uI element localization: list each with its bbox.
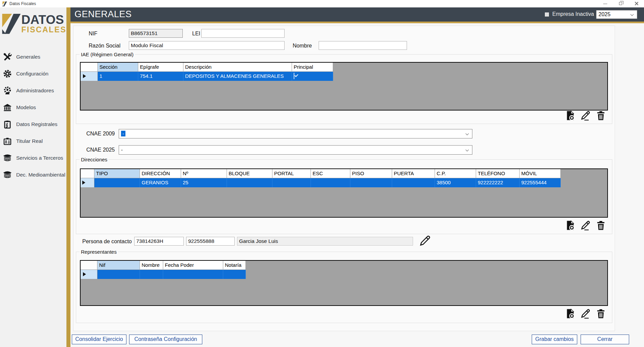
cell-numero[interactable]: 25 — [181, 178, 227, 187]
column-header-portal[interactable]: PORTAL — [272, 169, 311, 178]
cell-principal[interactable] — [292, 72, 333, 81]
consolidar-ejercicio-button[interactable]: Consolidar Ejercicio — [72, 335, 126, 344]
representantes-grid-row[interactable] — [81, 270, 607, 279]
iae-grid-row[interactable]: 1 754.1 DEPOSITOS Y ALMACENES GENERALES — [81, 72, 607, 81]
edit-record-icon[interactable] — [580, 110, 591, 121]
column-header-principal[interactable]: Principal — [292, 63, 333, 72]
sidebar-item-modelos[interactable]: Modelos — [0, 99, 66, 116]
cnae2009-label: CNAE 2009 — [86, 131, 115, 137]
cell-tipo[interactable] — [94, 178, 140, 187]
cell-descripcion[interactable]: DEPOSITOS Y ALMACENES GENERALES — [183, 72, 292, 81]
cell-puerta[interactable] — [392, 178, 435, 187]
delete-record-icon[interactable] — [595, 110, 607, 121]
cell-telefono[interactable]: 922222222 — [476, 178, 520, 187]
column-header-epigrafe[interactable]: Epígrafe — [138, 63, 183, 72]
edit-contact-icon[interactable] — [418, 234, 432, 248]
grabar-cambios-button[interactable]: Grabar cambios — [532, 335, 577, 344]
column-header-numero[interactable]: Nº — [181, 169, 227, 178]
cerrar-button[interactable]: Cerrar — [581, 335, 629, 344]
column-header-fecha-poder[interactable]: Fecha Poder — [163, 261, 223, 270]
add-record-icon[interactable] — [564, 308, 576, 319]
delete-record-icon[interactable] — [595, 308, 607, 319]
column-header-cp[interactable]: C.P. — [435, 169, 476, 178]
column-header-direccion[interactable]: DIRECCIÓN — [140, 169, 181, 178]
column-header-descripcion[interactable]: Descripción — [183, 63, 292, 72]
direcciones-grid: TIPO DIRECCIÓN Nº BLOQUE PORTAL ESC PISO… — [80, 168, 608, 218]
column-header-tipo[interactable]: TIPO — [94, 169, 140, 178]
column-header-bloque[interactable]: BLOQUE — [227, 169, 272, 178]
row-selector-cell[interactable] — [81, 270, 97, 279]
admin-gear-user-icon — [2, 86, 12, 96]
window-title: Datos Fiscales — [9, 1, 36, 6]
cell-cp[interactable]: 38500 — [435, 178, 476, 187]
cell-notaria[interactable] — [223, 270, 246, 279]
row-selector-cell[interactable] — [81, 178, 94, 187]
cell-portal[interactable] — [272, 178, 311, 187]
column-header-telefono[interactable]: TELÉFONO — [476, 169, 520, 178]
restore-button[interactable] — [613, 0, 628, 7]
sidebar-item-configuracion[interactable]: Configuración — [0, 65, 66, 82]
cell-epigrafe[interactable]: 754.1 — [138, 72, 183, 81]
minimize-button[interactable] — [597, 0, 613, 7]
nombre-field[interactable] — [319, 41, 407, 50]
direcciones-grid-row[interactable]: GERANIOS 25 38500 922222222 922555444 — [81, 178, 607, 187]
cell-piso[interactable] — [350, 178, 392, 187]
current-row-arrow-icon — [83, 74, 86, 78]
year-select[interactable]: 2025 — [596, 10, 637, 19]
cnae2025-label: CNAE 2025 — [86, 147, 115, 153]
cell-nombre[interactable] — [140, 270, 163, 279]
cnae2009-value: - — [121, 131, 125, 136]
sidebar-item-administradores[interactable]: Administradores — [0, 82, 66, 99]
nif-field[interactable] — [129, 29, 183, 38]
cell-esc[interactable] — [311, 178, 350, 187]
cell-direccion[interactable]: GERANIOS — [140, 178, 181, 187]
cell-movil[interactable]: 922555444 — [520, 178, 561, 187]
column-header-movil[interactable]: MÓVIL — [520, 169, 561, 178]
edit-record-icon[interactable] — [580, 308, 591, 319]
contacto-nif-field[interactable] — [134, 237, 184, 246]
sidebar-item-titular-real[interactable]: Titular Real — [0, 133, 66, 150]
delete-record-icon[interactable] — [595, 220, 607, 231]
principal-checkbox[interactable] — [294, 73, 294, 79]
row-selector-header — [81, 261, 97, 270]
column-header-esc[interactable]: ESC — [311, 169, 350, 178]
column-header-nif[interactable]: Nif — [97, 261, 140, 270]
cnae2009-select[interactable]: - — [119, 129, 472, 138]
bank-icon — [2, 102, 12, 113]
column-header-notaria[interactable]: Notaría — [223, 261, 246, 270]
iae-group-title: IAE (Régimen General) — [80, 52, 135, 57]
column-header-seccion[interactable]: Sección — [98, 63, 138, 72]
sidebar-item-servicios-terceros[interactable]: Servicios a Terceros — [0, 150, 66, 166]
direcciones-grid-header: TIPO DIRECCIÓN Nº BLOQUE PORTAL ESC PISO… — [81, 169, 607, 178]
cell-bloque[interactable] — [227, 178, 272, 187]
sidebar-item-dec-medioambiental[interactable]: Dec. Medioambiental — [0, 166, 66, 183]
contacto-telefono-field[interactable] — [186, 237, 235, 246]
sidebar-nav: Generales Configuración A — [0, 49, 66, 183]
column-header-puerta[interactable]: PUERTA — [392, 169, 435, 178]
contrasena-configuracion-button[interactable]: Contraseña Configuración — [129, 335, 202, 344]
iae-grid: Sección Epígrafe Descripción Principal 1… — [80, 62, 608, 111]
page-header: GENERALES Empresa Inactiva 2025 — [70, 7, 644, 22]
cell-nif[interactable] — [97, 270, 140, 279]
cell-seccion[interactable]: 1 — [98, 72, 138, 81]
row-selector-header — [81, 169, 94, 178]
cell-fecha-poder[interactable] — [163, 270, 223, 279]
lei-field[interactable] — [201, 29, 285, 38]
cnae2025-value: - — [121, 147, 123, 153]
column-header-piso[interactable]: PISO — [350, 169, 392, 178]
edit-record-icon[interactable] — [580, 220, 591, 231]
sidebar-item-label: Servicios a Terceros — [16, 155, 63, 161]
window-titlebar: Datos Fiscales — [0, 0, 644, 7]
cnae2025-select[interactable]: - — [119, 145, 472, 155]
empresa-inactiva-checkbox[interactable] — [545, 12, 549, 17]
sidebar-item-datos-registrales[interactable]: Datos Registrales — [0, 116, 66, 133]
add-record-icon[interactable] — [564, 110, 576, 121]
sidebar-item-generales[interactable]: Generales — [0, 49, 66, 65]
column-header-nombre[interactable]: Nombre — [140, 261, 163, 270]
close-button[interactable] — [628, 0, 644, 7]
razon-social-field[interactable] — [129, 41, 285, 50]
add-record-icon[interactable] — [564, 220, 576, 231]
app-logo-icon — [2, 1, 7, 6]
row-selector-cell[interactable] — [81, 72, 98, 81]
contacto-nombre-field[interactable] — [237, 237, 413, 246]
